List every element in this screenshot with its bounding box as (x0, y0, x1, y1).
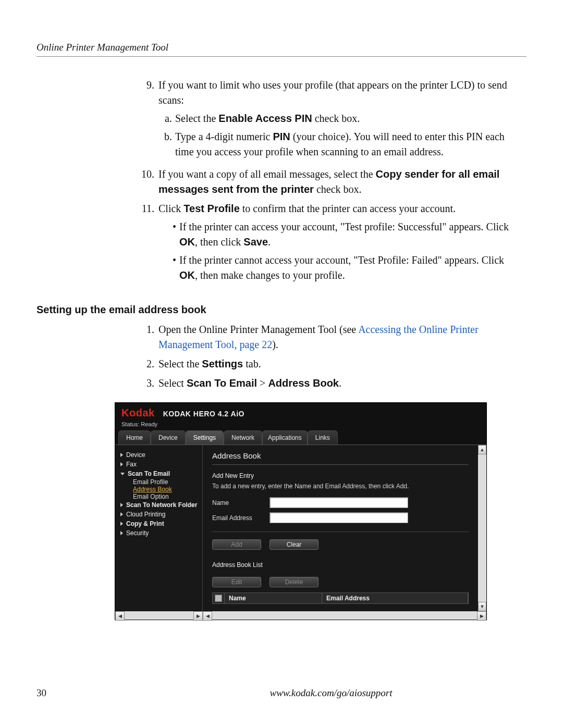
edit-button[interactable]: Edit (212, 577, 261, 587)
tab-links[interactable]: Links (308, 430, 338, 445)
step-9-text: If you want to limit who uses your profi… (158, 79, 507, 106)
step-11-bullet1-mid: , then click (195, 236, 243, 248)
scroll-up-icon[interactable]: ▲ (478, 445, 486, 454)
sidebar-label: Copy & Print (126, 520, 164, 527)
sidebar-sub-email-profile[interactable]: Email Profile (120, 478, 199, 486)
triangle-right-icon (120, 522, 123, 526)
sidebar-item-scan-to-email[interactable]: Scan To Email (120, 469, 199, 478)
setup-3-number: 3. (136, 376, 158, 391)
delete-button[interactable]: Delete (270, 577, 319, 587)
setup-3-bold-2: Address Book (268, 377, 339, 389)
sidebar-label: Device (126, 451, 145, 459)
sidebar-label: Security (126, 529, 149, 537)
clear-button[interactable]: Clear (270, 539, 319, 550)
step-11-text-1: Click (158, 203, 183, 214)
step-11-bullet2-end: , then make changes to your profile. (195, 269, 345, 281)
triangle-right-icon (120, 512, 123, 516)
step-9-number: 9. (136, 78, 158, 163)
sidebar-sub-email-option[interactable]: Email Option (120, 493, 199, 500)
setup-1-number: 1. (136, 322, 158, 352)
setup-1-end: ). (272, 339, 278, 350)
setup-2-text-2: tab. (243, 358, 261, 369)
table-header: Name Email Address (212, 593, 469, 604)
sidebar-label: Cloud Printing (126, 511, 165, 518)
setup-2-number: 2. (136, 356, 158, 372)
footer-url: www.kodak.com/go/aiosupport (136, 687, 527, 699)
setup-1-text: Open the Online Printer Management Tool … (158, 324, 358, 335)
scroll-right-icon[interactable]: ▶ (477, 611, 486, 621)
triangle-right-icon (120, 531, 123, 535)
setup-steps: 1. Open the Online Printer Management To… (136, 322, 521, 391)
step-11-number: 11. (136, 201, 158, 286)
document-page: Online Printer Management Tool 9. If you… (0, 0, 563, 728)
sidebar: Device Fax Scan To Email Email Profile A… (115, 445, 203, 611)
content-panel: Address Book Add New Entry To add a new … (203, 445, 478, 611)
tab-device[interactable]: Device (151, 430, 186, 445)
vertical-scrollbar[interactable]: ▲ ▼ (478, 445, 486, 611)
sidebar-item-security[interactable]: Security (120, 528, 199, 538)
app-header: Kodak KODAK HERO 4.2 AiO Status: Ready (115, 403, 486, 430)
instruction-block: 9. If you want to limit who uses your pr… (136, 78, 521, 286)
step-11-bullet1-ok: OK (179, 236, 195, 248)
checkbox-icon (215, 595, 222, 602)
running-head: Online Printer Management Tool (36, 42, 527, 57)
scroll-down-icon[interactable]: ▼ (478, 602, 486, 611)
add-entry-hint: To add a new entry, enter the Name and E… (212, 483, 469, 490)
bullet-icon: • (158, 253, 179, 283)
horizontal-scrollbar-left[interactable]: ◀ ▶ ◀ ▶ (115, 611, 486, 620)
sidebar-item-fax[interactable]: Fax (120, 460, 199, 469)
tab-applications[interactable]: Applications (262, 430, 308, 445)
select-all-cell[interactable] (213, 593, 225, 603)
sidebar-sub-address-book[interactable]: Address Book (120, 486, 199, 493)
step-11-text-2: to confirm that the printer can access y… (240, 203, 456, 214)
bullet-icon: • (158, 219, 179, 250)
setup-2-bold: Settings (202, 358, 243, 369)
step-9b-bold: PIN (273, 131, 290, 142)
step-11-bullet1-end: . (268, 236, 271, 248)
sidebar-item-cloud-printing[interactable]: Cloud Printing (120, 510, 199, 519)
sidebar-item-device[interactable]: Device (120, 450, 199, 460)
step-11-bullet2-ok: OK (179, 269, 195, 281)
col-name: Name (225, 593, 322, 603)
step-9b-marker: b. (158, 129, 175, 159)
setup-3-gt: > (257, 377, 268, 389)
sidebar-item-copy-print[interactable]: Copy & Print (120, 519, 199, 528)
label-name: Name (212, 499, 270, 507)
sidebar-item-scan-to-network[interactable]: Scan To Network Folder (120, 500, 199, 510)
printer-tool-screenshot: Kodak KODAK HERO 4.2 AiO Status: Ready H… (115, 402, 487, 620)
brand-logo: Kodak (121, 407, 155, 419)
page-number: 30 (36, 687, 136, 699)
setup-3-text-1: Select (158, 377, 187, 389)
address-book-list-title: Address Book List (212, 561, 469, 569)
step-9a-bold: Enable Access PIN (218, 113, 312, 124)
triangle-right-icon (120, 462, 123, 466)
step-9b-text-1: Type a 4-digit numeric (175, 131, 273, 142)
add-button[interactable]: Add (212, 539, 261, 550)
step-11-bullet2-text: If the printer cannot access your accoun… (179, 254, 504, 266)
step-9a-marker: a. (158, 111, 175, 126)
scroll-right-icon[interactable]: ▶ (193, 611, 203, 621)
sidebar-label: Fax (126, 461, 137, 468)
step-9a-text-2: check box. (312, 113, 360, 124)
email-input[interactable] (270, 512, 408, 523)
name-input[interactable] (270, 497, 408, 508)
tab-home[interactable]: Home (118, 430, 151, 445)
step-10-number: 10. (136, 167, 158, 197)
step-10-text-1: If you want a copy of all email messages… (158, 168, 376, 180)
tab-network[interactable]: Network (224, 430, 262, 445)
setup-3-end: . (339, 377, 341, 389)
scroll-left-icon[interactable]: ◀ (203, 611, 212, 621)
tab-settings[interactable]: Settings (186, 430, 224, 445)
status-text: Status: Ready (121, 421, 480, 427)
step-9a-text-1: Select the (175, 113, 218, 124)
step-11-bullet1-text: If the printer can access your account, … (179, 221, 509, 232)
triangle-down-icon (120, 473, 125, 475)
scroll-left-icon[interactable]: ◀ (115, 611, 125, 621)
label-email: Email Address (212, 514, 270, 522)
section-title: Setting up the email address book (36, 304, 527, 316)
add-entry-title: Add New Entry (212, 472, 469, 479)
tab-bar: Home Device Settings Network Application… (115, 430, 486, 445)
sidebar-label: Scan To Email (128, 470, 170, 477)
sidebar-label: Scan To Network Folder (126, 501, 197, 509)
col-email: Email Address (322, 593, 468, 603)
